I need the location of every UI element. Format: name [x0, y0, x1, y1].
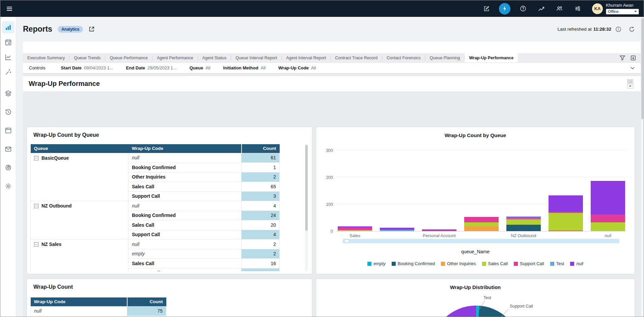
tab-contract-trace-record[interactable]: Contract Trace Record: [331, 53, 382, 62]
collapse-icon[interactable]: [34, 242, 38, 247]
pivot-card: Wrap-Up Count by Queue QueueWrap-Up Code…: [27, 127, 312, 274]
stacked-bar[interactable]: [464, 217, 499, 231]
collapse-icon[interactable]: [34, 204, 38, 208]
sheet-scrollbar[interactable]: [627, 79, 633, 89]
tab-executive-summary[interactable]: Executive Summary: [23, 53, 69, 62]
feedback-icon[interactable]: [481, 3, 492, 14]
legend-item-empty[interactable]: empty: [367, 261, 385, 266]
bar-segment-support-call[interactable]: [464, 217, 499, 222]
pie-chart[interactable]: [431, 306, 521, 317]
sidebar-item-history[interactable]: [2, 106, 14, 118]
wrap-up-code-cell: null: [31, 306, 127, 316]
bar-segment-other-inquiries[interactable]: [464, 226, 499, 231]
tab-agent-performance[interactable]: Agent Performance: [152, 53, 198, 62]
bar-segment-sales-call[interactable]: [338, 230, 372, 231]
stacked-bar-null[interactable]: [591, 181, 625, 231]
bar-segment-support-call[interactable]: [422, 230, 456, 231]
bar-segment-support-call[interactable]: [591, 215, 625, 222]
scroll-down-icon[interactable]: [627, 84, 633, 88]
filter-wrap-up-code[interactable]: Wrap-Up CodeAll: [278, 65, 316, 70]
pivot-scrollbar-thumb[interactable]: [305, 145, 308, 231]
tab-queue-trends[interactable]: Queue Trends: [69, 53, 105, 62]
sidebar-item-gear[interactable]: [2, 180, 14, 192]
export-icon[interactable]: [630, 55, 636, 61]
filter-label: End Date: [126, 65, 145, 70]
stacked-bar-nz-outbound[interactable]: [506, 217, 541, 231]
page-scrollbar-thumb[interactable]: [641, 18, 643, 119]
sidebar-item-donut[interactable]: [2, 161, 14, 173]
bar-segment-sales-call[interactable]: [506, 219, 541, 225]
tab-queue-performance[interactable]: Queue Performance: [105, 53, 152, 62]
filter-queue[interactable]: QueueAll: [190, 65, 211, 70]
bar-segment-sales-call[interactable]: [464, 222, 499, 226]
legend-item-null[interactable]: null: [570, 261, 583, 266]
stacked-bar[interactable]: [549, 195, 583, 231]
table-row: NZ Salesnull2: [31, 240, 280, 249]
info-icon[interactable]: [615, 26, 621, 32]
bar-segment-sales-call[interactable]: [549, 213, 583, 230]
bar-segment-null[interactable]: [549, 195, 583, 212]
external-link-icon[interactable]: [88, 26, 95, 32]
legend-item-sales-call[interactable]: Sales Call: [482, 261, 508, 266]
sidebar-item-wand[interactable]: [2, 66, 14, 78]
sidebar-item-mail[interactable]: [2, 143, 14, 155]
filter-end-date[interactable]: End Date29/05/2023 1...: [126, 65, 177, 70]
legend-item-test[interactable]: Test: [550, 261, 564, 266]
status-select[interactable]: Offline: [606, 9, 639, 14]
menu-icon[interactable]: [5, 4, 14, 13]
sheet-scrollbar-thumb[interactable]: [628, 80, 633, 84]
zoom-handle[interactable]: [344, 239, 349, 243]
tab-queue-planning[interactable]: Queue Planning: [425, 53, 465, 62]
sidebar-item-calendar[interactable]: [2, 36, 14, 48]
sidebar-item-bar-chart[interactable]: [2, 21, 14, 33]
bar-segment-booking-confirmed[interactable]: [549, 231, 583, 231]
metrics-icon[interactable]: [535, 3, 547, 14]
queue-cell: [31, 182, 129, 192]
table-row: Sales Call20: [31, 220, 280, 230]
chevron-down-icon[interactable]: [629, 65, 636, 71]
tab-agent-status[interactable]: Agent Status: [198, 53, 231, 62]
queue-cell: NZ Outbound: [31, 201, 129, 211]
bar-segment-null[interactable]: [591, 181, 625, 215]
collapse-icon[interactable]: [34, 156, 38, 160]
legend-item-other-inquiries[interactable]: Other Inquiries: [441, 261, 476, 266]
sliders-icon[interactable]: [572, 3, 583, 14]
sidebar-item-window[interactable]: [2, 124, 14, 136]
filter-start-date[interactable]: Start Date09/04/2023 1...: [61, 65, 113, 70]
queue-cell: [31, 268, 129, 271]
chart-zoom-scrollbar[interactable]: [343, 239, 619, 243]
pivot-scrollbar[interactable]: [305, 144, 308, 271]
tab-wrap-up-performance[interactable]: Wrap-Up Performance: [465, 53, 518, 62]
table-header-row: Wrap-Up CodeCount: [31, 297, 166, 306]
bar-segment-sales-call[interactable]: [591, 222, 625, 231]
bar-segment-support-call[interactable]: [338, 227, 372, 230]
filter-initiation-method[interactable]: Initiation MethodAll: [223, 65, 265, 70]
filter-funnel-icon[interactable]: [619, 55, 625, 61]
sidebar-item-line-chart[interactable]: [2, 51, 14, 63]
sidebar-item-layers[interactable]: [2, 87, 14, 99]
help-icon[interactable]: [517, 3, 529, 14]
page-scrollbar[interactable]: [641, 17, 644, 317]
column-header-wrap-up-code: Wrap-Up Code: [129, 144, 242, 153]
users-icon[interactable]: [554, 3, 565, 14]
tab-queue-interval-report[interactable]: Queue Interval Report: [231, 53, 281, 62]
tab-contact-forensics[interactable]: Contact Forensics: [382, 53, 425, 62]
sidebar: [0, 17, 16, 317]
count-cell: 75: [127, 306, 166, 316]
stacked-bar-personal-account[interactable]: [422, 229, 456, 231]
stacked-bar[interactable]: [380, 228, 414, 231]
count-cell: 2: [127, 316, 166, 317]
lightning-icon[interactable]: [499, 3, 510, 14]
bar-segment-booking-confirmed[interactable]: [506, 225, 541, 231]
legend-item-support-call[interactable]: Support Call: [514, 261, 544, 266]
refresh-icon[interactable]: [629, 26, 635, 32]
legend-item-booking-confirmed[interactable]: Booking Confirmed: [392, 261, 435, 266]
column-header-count: Count: [127, 297, 166, 306]
tab-agent-interval-report[interactable]: Agent Interval Report: [282, 53, 330, 62]
status-value: Offline: [608, 9, 619, 13]
stacked-bar-sales[interactable]: [338, 226, 372, 231]
queue-cell: [31, 259, 129, 268]
wrap-up-code-cell: Sales Call: [129, 182, 242, 192]
queue-cell: [31, 230, 129, 240]
bar-segment-test[interactable]: [380, 230, 414, 231]
